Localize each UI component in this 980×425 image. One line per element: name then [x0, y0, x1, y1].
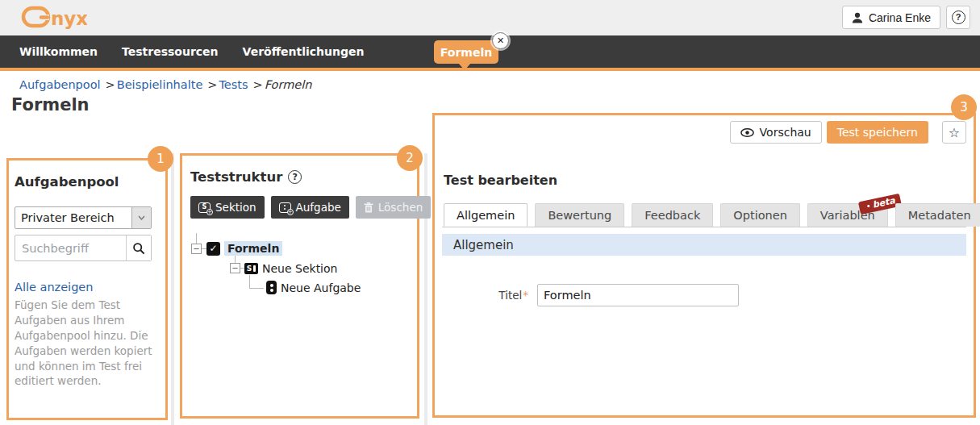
required-marker: *	[523, 289, 528, 302]
titel-input[interactable]	[537, 284, 739, 306]
tree-node-root[interactable]: ✓ Formeln	[206, 241, 282, 256]
onyx-logo-icon: nyx	[21, 5, 87, 31]
step-badge-1: 1	[148, 146, 173, 172]
search-input[interactable]	[15, 242, 126, 255]
step-badge-2: 2	[397, 145, 423, 171]
tree-toggle-section[interactable]: −	[230, 263, 240, 273]
vorschau-button[interactable]: Vorschau	[730, 121, 822, 144]
nav-item-veroeffentlichungen[interactable]: Veröffentlichungen	[243, 45, 365, 58]
user-name: Carina Enke	[869, 11, 931, 24]
aufgabenpool-hint-text: Fügen Sie dem Test Aufgaben aus Ihrem Au…	[15, 298, 160, 389]
show-all-link[interactable]: Alle anzeigen	[15, 281, 93, 294]
user-button[interactable]: Carina Enke	[842, 6, 940, 29]
editor-tabs: Allgemein Bewertung Feedback Optionen Va…	[442, 203, 966, 227]
test-check-icon: ✓	[206, 242, 220, 256]
help-button[interactable]: ?	[946, 6, 970, 29]
star-icon: ☆	[949, 125, 960, 140]
column-divider	[171, 153, 174, 425]
breadcrumb-separator: >	[253, 78, 263, 91]
person-icon	[852, 12, 863, 23]
tab-metadaten[interactable]: Metadaten	[895, 203, 980, 227]
section-icon: S	[244, 263, 258, 274]
favorite-button[interactable]: ☆	[942, 121, 966, 144]
tab-allgemein[interactable]: Allgemein	[444, 203, 528, 227]
tab-optionen[interactable]: Optionen	[720, 203, 800, 227]
breadcrumb-aufgabenpool[interactable]: Aufgabenpool	[19, 78, 101, 91]
tree-node-task[interactable]: Neue Aufgabe	[266, 281, 361, 294]
titel-form-row: Titel*	[492, 284, 966, 306]
test-editor-panel: Vorschau Test speichern ☆ Test bearbeite…	[432, 113, 976, 418]
tab-bewertung[interactable]: Bewertung	[535, 203, 624, 227]
eye-icon	[740, 128, 754, 137]
chevron-down-icon[interactable]	[131, 207, 151, 228]
search-box	[15, 235, 152, 261]
tree-node-task-label: Neue Aufgabe	[281, 281, 361, 294]
tree-connector	[249, 288, 264, 289]
question-icon: ?	[952, 10, 965, 24]
tree-connector	[196, 233, 197, 244]
close-icon[interactable]: ✕	[492, 32, 509, 49]
titel-label: Titel*	[492, 289, 528, 302]
tree-node-section-label: Neue Sektion	[262, 262, 337, 275]
tree-node-section[interactable]: S Neue Sektion	[244, 262, 337, 275]
svg-text:nyx: nyx	[51, 8, 87, 29]
search-icon[interactable]	[126, 235, 151, 260]
tree-connector	[249, 275, 250, 288]
tree-node-root-label: Formeln	[224, 241, 282, 256]
section-header-allgemein: Allgemein	[442, 234, 966, 256]
app-window: nyx Carina Enke ? Willkommen Testressour…	[0, 0, 980, 425]
nav-item-testressourcen[interactable]: Testressourcen	[122, 45, 219, 58]
page-title: Formeln	[11, 95, 90, 115]
vorschau-button-label: Vorschau	[760, 126, 811, 139]
open-tab-label: Formeln	[440, 46, 492, 59]
teststruktur-panel: Teststruktur ? S + Sektion + Aufgabe	[180, 153, 419, 419]
task-icon	[266, 281, 277, 294]
step-badge-3: 3	[951, 94, 977, 120]
breadcrumb-separator: >	[106, 78, 115, 91]
pool-select[interactable]: Privater Bereich	[15, 206, 152, 229]
breadcrumb: Aufgabenpool>Beispielinhalte>Tests>Forme…	[19, 78, 311, 91]
test-speichern-button[interactable]: Test speichern	[827, 121, 928, 144]
aufgabenpool-title: Aufgabenpool	[15, 174, 160, 190]
editor-heading: Test bearbeiten	[444, 173, 966, 188]
onyx-logo: nyx	[21, 5, 87, 31]
breadcrumb-current: Formeln	[265, 78, 312, 91]
pool-select-value: Privater Bereich	[15, 211, 131, 224]
open-tab-formeln[interactable]: Formeln ✕	[434, 40, 498, 64]
aufgabenpool-panel: Aufgabenpool Privater Bereich Alle anzei…	[6, 158, 168, 420]
tree-toggle-root[interactable]: −	[191, 244, 202, 254]
breadcrumb-beispielinhalte[interactable]: Beispielinhalte	[117, 78, 203, 91]
tab-feedback[interactable]: Feedback	[632, 203, 713, 227]
test-structure-tree: − ✓ Formeln − S Neue Sektion Neue Aufgab…	[182, 156, 417, 416]
breadcrumb-tests[interactable]: Tests	[219, 78, 248, 91]
top-header: nyx Carina Enke ?	[0, 0, 980, 35]
nav-item-willkommen[interactable]: Willkommen	[19, 45, 98, 58]
tab-variablen[interactable]: Variablen beta	[807, 203, 888, 227]
column-divider	[424, 153, 427, 425]
breadcrumb-separator: >	[207, 78, 217, 91]
main-nav: Willkommen Testressourcen Veröffentlichu…	[0, 35, 980, 71]
